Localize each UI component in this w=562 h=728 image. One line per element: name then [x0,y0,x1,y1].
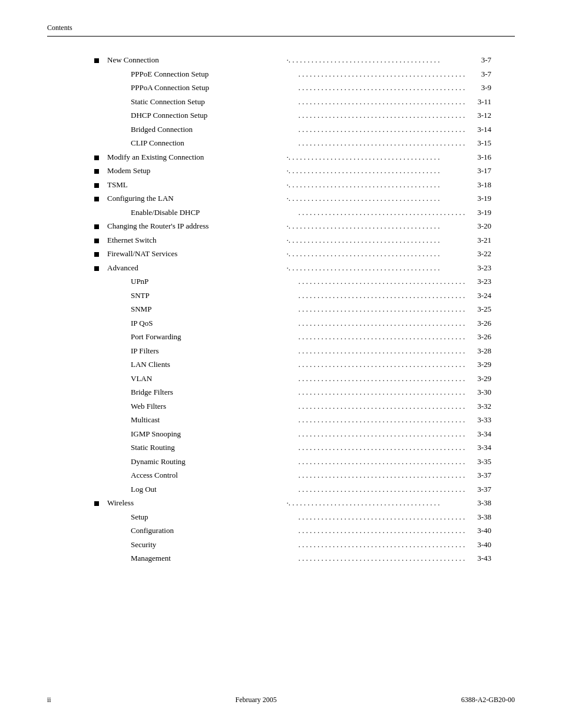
page-header: Contents [47,24,515,37]
toc-page-number: 3-37 [471,469,491,481]
toc-label: Changing the Router's IP address [107,220,287,232]
toc-page-number: 3-24 [471,290,491,302]
toc-dots: ·. . . . . . . . . . . . . . . . . . . .… [287,151,467,163]
toc-page-number: 3-20 [471,220,491,232]
toc-dots: . . . . . . . . . . . . . . . . . . . . … [299,68,467,80]
toc-row: SNMP . . . . . . . . . . . . . . . . . .… [118,303,491,315]
toc-row: Static Connection Setup . . . . . . . . … [118,96,491,108]
toc-page-number: 3-29 [471,359,491,370]
toc-label: DHCP Connection Setup [131,110,299,121]
toc-label: VLAN [131,373,299,385]
toc-dots: . . . . . . . . . . . . . . . . . . . . … [299,414,467,426]
toc-dots: ·. . . . . . . . . . . . . . . . . . . .… [287,179,467,191]
toc-page-number: 3-25 [471,303,491,315]
toc-label: Firewall/NAT Services [107,248,287,260]
toc-row: Static Routing . . . . . . . . . . . . .… [118,442,491,454]
toc-dots: . . . . . . . . . . . . . . . . . . . . … [299,290,467,302]
toc-label: Access Control [131,469,299,481]
toc-label: Port Forwarding [131,331,299,343]
toc-page-number: 3-28 [471,345,491,357]
toc-row: Security . . . . . . . . . . . . . . . .… [118,539,491,551]
toc-row: PPPoA Connection Setup . . . . . . . . .… [118,82,491,94]
toc-bullet [94,252,99,257]
toc-dots: . . . . . . . . . . . . . . . . . . . . … [299,137,467,149]
toc-dots: . . . . . . . . . . . . . . . . . . . . … [299,345,467,357]
toc-page-number: 3-38 [471,511,491,523]
toc-bullet [94,501,99,506]
toc-page-number: 3-38 [471,497,491,509]
toc-label: Modify an Existing Connection [107,151,287,163]
toc-page-number: 3-32 [471,401,491,412]
toc-dots: . . . . . . . . . . . . . . . . . . . . … [299,110,467,121]
footer-date: February 2005 [236,696,277,704]
toc-label: Web Filters [131,401,299,412]
toc-label: Enable/Disable DHCP [131,207,299,219]
toc-dots: . . . . . . . . . . . . . . . . . . . . … [299,484,467,495]
toc-dots: ·. . . . . . . . . . . . . . . . . . . .… [287,54,467,66]
toc-dots: . . . . . . . . . . . . . . . . . . . . … [299,552,467,564]
toc-page-number: 3-40 [471,525,491,537]
toc-row: Web Filters . . . . . . . . . . . . . . … [118,401,491,412]
toc-label: Wireless [107,497,287,509]
toc-label: IGMP Snooping [131,428,299,440]
toc-label: IP Filters [131,345,299,357]
toc-row: Modify an Existing Connection ·. . . . .… [94,151,491,163]
toc-row: VLAN . . . . . . . . . . . . . . . . . .… [118,373,491,385]
toc-page-number: 3-15 [471,137,491,149]
toc-label: Static Connection Setup [131,96,299,108]
toc-label: UPnP [131,276,299,287]
toc-row: New Connection ·. . . . . . . . . . . . … [94,54,491,66]
toc-row: UPnP . . . . . . . . . . . . . . . . . .… [118,276,491,287]
toc-bullet [94,155,99,160]
toc-label: PPPoA Connection Setup [131,82,299,94]
toc-row: Bridge Filters . . . . . . . . . . . . .… [118,386,491,398]
toc-label: LAN Clients [131,359,299,370]
toc-bullet [94,239,99,243]
toc-row: Ethernet Switch ·. . . . . . . . . . . .… [94,234,491,246]
toc-label: Multicast [131,414,299,426]
toc-label: PPPoE Connection Setup [131,68,299,80]
toc-label: SNTP [131,290,299,302]
toc-page-number: 3-22 [471,248,491,260]
toc-label: Modem Setup [107,165,287,177]
toc-dots: . . . . . . . . . . . . . . . . . . . . … [299,525,467,537]
toc-row: Management . . . . . . . . . . . . . . .… [118,552,491,564]
footer-page-number: ii [47,696,51,704]
toc-page-number: 3-18 [471,179,491,191]
toc-dots: . . . . . . . . . . . . . . . . . . . . … [299,386,467,398]
toc-page-number: 3-37 [471,484,491,495]
toc-bullet [94,197,99,201]
toc-row: Bridged Connection . . . . . . . . . . .… [118,124,491,135]
toc-dots: ·. . . . . . . . . . . . . . . . . . . .… [287,165,467,177]
toc-row: DHCP Connection Setup . . . . . . . . . … [118,110,491,121]
toc-row: PPPoE Connection Setup . . . . . . . . .… [118,68,491,80]
toc-row: Firewall/NAT Services ·. . . . . . . . .… [94,248,491,260]
toc-dots: ·. . . . . . . . . . . . . . . . . . . .… [287,497,467,509]
toc-bullet [94,183,99,188]
toc-dots: ·. . . . . . . . . . . . . . . . . . . .… [287,193,467,204]
toc-label: Bridge Filters [131,386,299,398]
toc-dots: . . . . . . . . . . . . . . . . . . . . … [299,276,467,287]
toc-row: Modem Setup ·. . . . . . . . . . . . . .… [94,165,491,177]
toc-row: SNTP . . . . . . . . . . . . . . . . . .… [118,290,491,302]
page-footer: ii February 2005 6388-A2-GB20-00 [47,696,515,704]
toc-row: LAN Clients . . . . . . . . . . . . . . … [118,359,491,370]
toc-page-number: 3-14 [471,124,491,135]
toc-label: New Connection [107,54,287,66]
toc-dots: . . . . . . . . . . . . . . . . . . . . … [299,96,467,108]
toc-row: IP Filters . . . . . . . . . . . . . . .… [118,345,491,357]
toc-label: IP QoS [131,317,299,329]
toc-dots: ·. . . . . . . . . . . . . . . . . . . .… [287,234,467,246]
toc-row: Access Control . . . . . . . . . . . . .… [118,469,491,481]
toc-page-number: 3-12 [471,110,491,121]
toc-page-number: 3-21 [471,234,491,246]
toc-dots: ·. . . . . . . . . . . . . . . . . . . .… [287,248,467,260]
toc-row: Changing the Router's IP address ·. . . … [94,220,491,232]
toc-bullet [94,224,99,229]
toc-label: Setup [131,511,299,523]
toc-row: Configuration . . . . . . . . . . . . . … [118,525,491,537]
toc-bullet [94,266,99,271]
toc-row: Advanced ·. . . . . . . . . . . . . . . … [94,262,491,274]
header-title: Contents [47,24,72,32]
toc-page-number: 3-26 [471,331,491,343]
